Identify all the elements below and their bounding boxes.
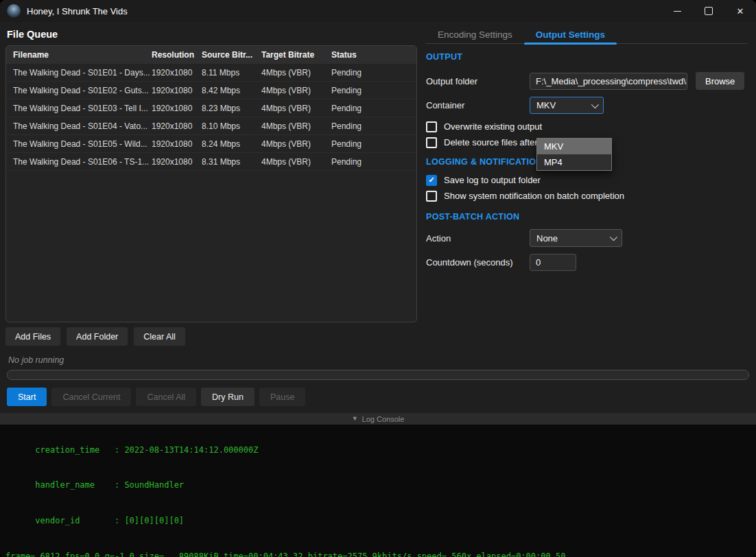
maximize-button[interactable] (693, 0, 724, 22)
log-line: handler_name : SoundHandler (5, 479, 756, 491)
pause-button[interactable]: Pause (259, 388, 305, 406)
cell-status: Pending (331, 139, 416, 149)
dry-run-button[interactable]: Dry Run (201, 388, 255, 406)
cell-filename: The Walking Dead - S01E03 - Tell I... (6, 104, 152, 113)
notification-row: Show system notification on batch comple… (426, 189, 748, 202)
save-log-row: ✓ Save log to output folder (426, 174, 748, 187)
column-header-resolution[interactable]: Resolution (152, 50, 202, 60)
action-label: Action (426, 233, 530, 244)
cell-status: Pending (331, 104, 416, 113)
log-line: creation_time : 2022-08-13T14:14:12.0000… (5, 445, 756, 456)
column-header-filename[interactable]: Filename (6, 50, 152, 60)
cell-resolution: 1920x1080 (152, 86, 202, 95)
table-row[interactable]: The Walking Dead - S01E03 - Tell I... 19… (6, 99, 416, 117)
cancel-all-button[interactable]: Cancel All (136, 388, 196, 406)
cell-source-bitrate: 8.11 Mbps (202, 68, 261, 78)
close-button[interactable]: ✕ (724, 0, 756, 22)
settings-panel: Encoding Settings Output Settings OUTPUT… (424, 22, 756, 350)
table-row[interactable]: The Walking Dead - S01E06 - TS-1... 1920… (6, 153, 416, 171)
section-output: OUTPUT (426, 52, 748, 63)
overwrite-row: Overwrite existing output (426, 120, 748, 133)
log-line: vendor_id : [0][0][0][0] (5, 515, 756, 527)
file-queue-table: Filename Resolution Source Bitr... Targe… (5, 45, 417, 322)
overwrite-checkbox[interactable] (426, 121, 437, 132)
container-label: Container (426, 100, 530, 110)
tab-output-settings[interactable]: Output Settings (524, 26, 617, 43)
tab-encoding-settings[interactable]: Encoding Settings (426, 26, 524, 43)
notification-checkbox[interactable] (426, 191, 437, 202)
chevron-down-icon (610, 233, 617, 241)
cancel-current-button[interactable]: Cancel Current (51, 388, 131, 406)
job-bar: No job running Start Cancel Current Canc… (0, 355, 756, 413)
column-header-source-bitrate[interactable]: Source Bitr... (202, 50, 261, 60)
table-row[interactable]: The Walking Dead - S01E01 - Days... 1920… (6, 64, 416, 82)
queue-actions: Add Files Add Folder Clear All (5, 327, 424, 346)
container-option-mkv[interactable]: MKV (537, 139, 611, 154)
cell-resolution: 1920x1080 (152, 139, 202, 149)
file-queue-panel: File Queue Filename Resolution Source Bi… (0, 22, 424, 350)
cell-resolution: 1920x1080 (152, 104, 202, 113)
countdown-row: Countdown (seconds) 0 (426, 254, 748, 271)
collapse-icon: ▼ (352, 416, 358, 422)
cell-target-bitrate: 4Mbps (VBR) (261, 157, 331, 167)
maximize-icon (705, 7, 713, 15)
save-log-label: Save log to output folder (444, 175, 541, 185)
cell-source-bitrate: 8.24 Mbps (202, 139, 261, 149)
action-row: Action None (426, 229, 748, 247)
container-dropdown-popup: MKV MP4 (536, 138, 612, 171)
add-folder-button[interactable]: Add Folder (67, 327, 128, 346)
section-post-batch: POST-BATCH ACTION (426, 212, 748, 223)
table-row[interactable]: The Walking Dead - S01E02 - Guts... 1920… (6, 82, 416, 99)
output-folder-input[interactable]: F:\_Media\_processing\compress\twd\S0 (530, 73, 687, 90)
main-content: File Queue Filename Resolution Source Bi… (0, 22, 756, 350)
cell-target-bitrate: 4Mbps (VBR) (261, 139, 331, 149)
titlebar[interactable]: Honey, I Shrunk The Vids ✕ (0, 0, 756, 22)
action-select[interactable]: None (530, 229, 622, 247)
table-row[interactable]: The Walking Dead - S01E04 - Vato... 1920… (6, 117, 416, 135)
column-header-target-bitrate[interactable]: Target Bitrate (261, 50, 331, 60)
browse-button[interactable]: Browse (696, 72, 744, 90)
save-log-checkbox[interactable]: ✓ (426, 175, 437, 186)
cell-status: Pending (331, 68, 416, 78)
job-status-text: No job running (8, 355, 748, 365)
container-row: Container MKV (426, 97, 748, 114)
add-files-button[interactable]: Add Files (5, 327, 60, 346)
cell-filename: The Walking Dead - S01E05 - Wild... (6, 139, 152, 149)
output-folder-label: Output folder (426, 76, 530, 86)
log-console[interactable]: creation_time : 2022-08-13T14:14:12.0000… (0, 425, 756, 557)
cell-resolution: 1920x1080 (152, 157, 202, 167)
cell-filename: The Walking Dead - S01E01 - Days... (6, 68, 152, 78)
start-button[interactable]: Start (7, 388, 47, 406)
job-buttons: Start Cancel Current Cancel All Dry Run … (7, 388, 749, 406)
close-icon: ✕ (737, 6, 744, 16)
countdown-label: Countdown (seconds) (426, 257, 530, 268)
output-folder-row: Output folder F:\_Media\_processing\comp… (426, 72, 748, 90)
delete-source-checkbox[interactable] (426, 137, 437, 148)
chevron-down-icon (591, 100, 599, 108)
cell-target-bitrate: 4Mbps (VBR) (261, 68, 331, 78)
container-select[interactable]: MKV (530, 97, 604, 114)
cell-filename: The Walking Dead - S01E06 - TS-1... (6, 157, 152, 167)
log-console-title: Log Console (362, 415, 405, 423)
delete-source-label: Delete source files after (444, 137, 538, 147)
table-row[interactable]: The Walking Dead - S01E05 - Wild... 1920… (6, 135, 416, 153)
container-option-mp4[interactable]: MP4 (537, 154, 611, 170)
settings-tabs: Encoding Settings Output Settings (426, 26, 748, 44)
window-title: Honey, I Shrunk The Vids (27, 6, 128, 16)
cell-target-bitrate: 4Mbps (VBR) (261, 121, 331, 131)
cell-resolution: 1920x1080 (152, 121, 202, 131)
file-queue-heading: File Queue (7, 29, 424, 40)
minimize-button[interactable] (661, 0, 693, 22)
clear-all-button[interactable]: Clear All (134, 327, 185, 346)
cell-source-bitrate: 8.23 Mbps (202, 104, 261, 113)
column-header-status[interactable]: Status (331, 50, 416, 60)
cell-resolution: 1920x1080 (152, 68, 202, 78)
cell-source-bitrate: 8.10 Mbps (202, 121, 261, 131)
cell-status: Pending (331, 121, 416, 131)
minimize-icon (674, 11, 681, 12)
app-window: Honey, I Shrunk The Vids ✕ File Queue Fi… (0, 0, 756, 557)
log-line: frame= 6812 fps=0.0 q=-1.0 size= 89088Ki… (5, 551, 756, 557)
countdown-input[interactable]: 0 (530, 254, 576, 271)
table-header-row: Filename Resolution Source Bitr... Targe… (6, 46, 416, 64)
log-console-toggle[interactable]: ▼ Log Console (0, 413, 756, 425)
